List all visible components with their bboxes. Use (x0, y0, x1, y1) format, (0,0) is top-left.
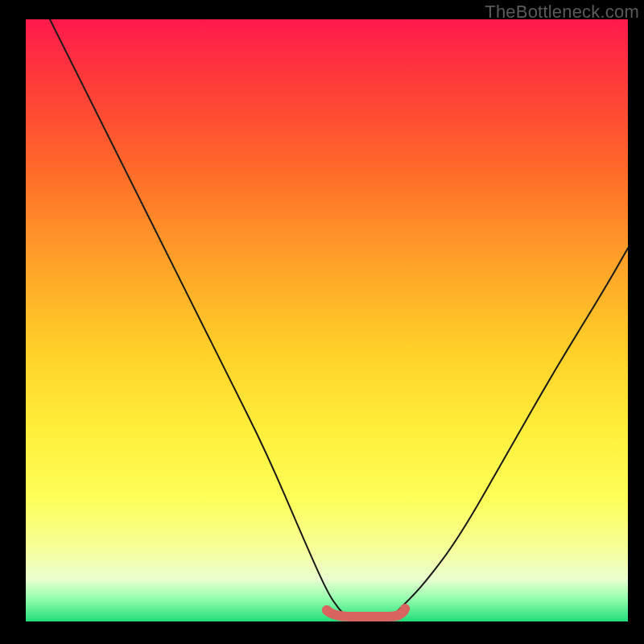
chart-plot-area (26, 19, 628, 621)
chart-svg (26, 19, 628, 621)
bottleneck-curve (50, 19, 628, 621)
watermark-label: TheBottleneck.com (485, 2, 639, 23)
optimal-range-start-dot (322, 605, 332, 615)
optimal-range-highlight (327, 609, 405, 617)
